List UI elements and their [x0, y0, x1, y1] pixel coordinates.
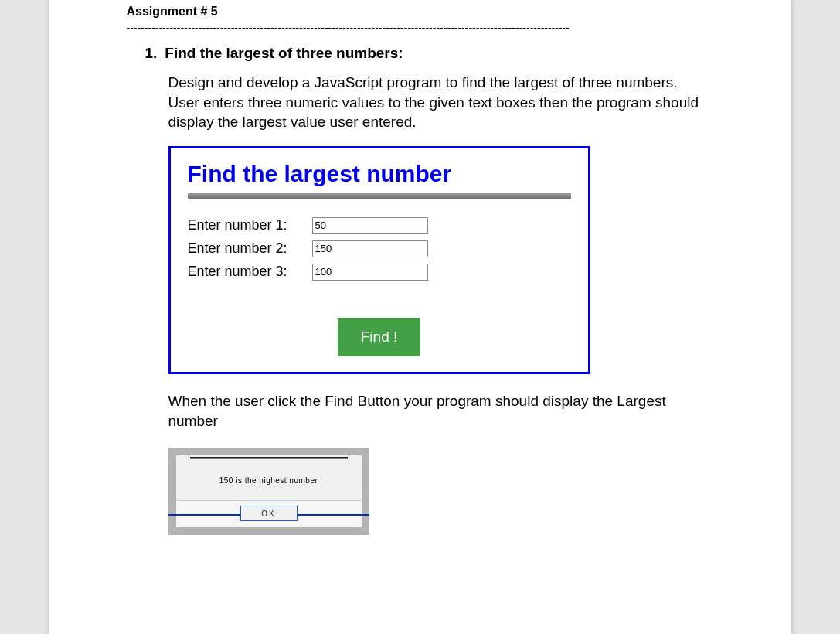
number1-input[interactable]	[312, 217, 428, 234]
question-title: Find the largest of three numbers:	[165, 45, 403, 62]
question-number: 1.	[145, 45, 158, 62]
number3-input[interactable]	[312, 264, 428, 281]
app-preview-box: Find the largest number Enter number 1: …	[168, 146, 590, 374]
number1-label: Enter number 1:	[188, 217, 300, 233]
alert-dialog: 150 is the highest number OK	[168, 448, 369, 535]
divider-dashes: ----------------------------------------…	[127, 22, 714, 34]
dialog-message: 150 is the highest number	[176, 459, 362, 500]
content-area: Assignment # 5 -------------------------…	[49, 0, 791, 535]
field-row-1: Enter number 1:	[188, 217, 571, 234]
number2-input[interactable]	[312, 240, 428, 257]
find-button[interactable]: Find !	[338, 318, 421, 356]
post-app-text: When the user click the Find Button your…	[168, 391, 706, 431]
horizontal-rule	[188, 193, 571, 199]
field-row-2: Enter number 2:	[188, 240, 571, 257]
question-description: Design and develop a JavaScript program …	[168, 73, 706, 132]
document-page: Assignment # 5 -------------------------…	[49, 0, 791, 634]
number2-label: Enter number 2:	[188, 240, 300, 257]
assignment-title: Assignment # 5	[127, 0, 714, 19]
question-header: 1. Find the largest of three numbers:	[145, 45, 714, 62]
find-button-wrap: Find !	[188, 318, 571, 356]
app-heading: Find the largest number	[188, 161, 571, 187]
ok-button[interactable]: OK	[240, 506, 298, 521]
field-row-3: Enter number 3:	[188, 264, 571, 281]
number3-label: Enter number 3:	[188, 264, 300, 280]
dialog-button-row: OK	[176, 500, 362, 527]
